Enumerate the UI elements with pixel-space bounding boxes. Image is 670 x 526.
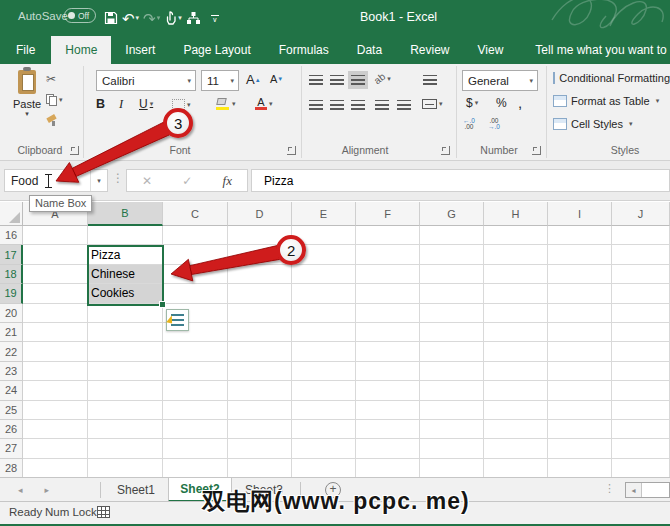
cell-F23[interactable] [356,362,420,381]
cell-D22[interactable] [228,342,292,361]
font-name-dropdown[interactable]: ▾ [182,77,195,85]
cell-G19[interactable] [420,284,484,303]
decrease-decimal-button[interactable]: .00→.0 [488,118,500,130]
cell-B20[interactable] [88,304,163,323]
sheet-tab-sheet1[interactable]: Sheet1 [104,478,168,502]
font-name-combo[interactable]: Calibri ▾ [96,70,196,91]
cell-B24[interactable] [88,381,163,400]
undo-dropdown[interactable]: ▾ [136,14,140,22]
cell-E26[interactable] [292,420,356,439]
cell-B26[interactable] [88,420,163,439]
cell-J21[interactable] [612,323,670,342]
percent-button[interactable]: % [496,96,507,110]
copy-button[interactable]: ▾ [46,91,72,108]
column-header-J[interactable]: J [612,202,670,226]
cell-C23[interactable] [163,362,228,381]
cell-I19[interactable] [548,284,612,303]
cell-B25[interactable] [88,401,163,420]
cell-G18[interactable] [420,265,484,284]
orientation-dropdown[interactable]: ▾ [387,75,391,83]
comma-button[interactable]: , [518,94,522,111]
cell-J19[interactable] [612,284,670,303]
cell-A17[interactable] [23,245,88,264]
row-header-17[interactable]: 17 [0,245,23,264]
merge-center-button[interactable]: ▾ [422,99,443,109]
cell-G26[interactable] [420,420,484,439]
cell-I27[interactable] [548,439,612,458]
name-box-dropdown[interactable]: ▾ [90,170,107,191]
cell-F21[interactable] [356,323,420,342]
format-as-table-dropdown[interactable]: ▾ [656,97,660,105]
cell-G17[interactable] [420,245,484,264]
format-painter-button[interactable] [46,112,72,129]
cell-H21[interactable] [484,323,548,342]
cell-D25[interactable] [228,401,292,420]
font-color-button[interactable]: A▾ [255,97,273,110]
cell-A26[interactable] [23,420,88,439]
bold-button[interactable]: B [96,97,105,111]
tab-view[interactable]: View [464,36,518,64]
cell-B16[interactable] [88,226,163,245]
cell-A24[interactable] [23,381,88,400]
cell-B27[interactable] [88,439,163,458]
cell-E16[interactable] [292,226,356,245]
row-header-22[interactable]: 22 [0,342,23,361]
cell-H22[interactable] [484,342,548,361]
number-format-combo[interactable]: General ▾ [462,70,538,91]
column-header-B[interactable]: B [88,202,163,226]
increase-font-button[interactable]: A▲ [246,72,261,87]
cell-A22[interactable] [23,342,88,361]
row-header-19[interactable]: 19 [0,284,23,303]
cell-I22[interactable] [548,342,612,361]
tab-insert[interactable]: Insert [111,36,169,64]
underline-dropdown[interactable]: ▾ [150,100,154,108]
cell-G23[interactable] [420,362,484,381]
cell-E21[interactable] [292,323,356,342]
next-sheet-button[interactable]: ▸ [45,485,50,495]
cell-J20[interactable] [612,304,670,323]
cell-D23[interactable] [228,362,292,381]
new-sheet-button[interactable]: + [325,482,341,498]
cell-G20[interactable] [420,304,484,323]
formula-input[interactable]: Pizza [251,169,670,192]
redo-button[interactable]: ↷ ▾ [143,11,160,26]
underline-button[interactable]: U▾ [139,97,153,111]
borders-dropdown[interactable]: ▾ [187,101,191,109]
cell-E25[interactable] [292,401,356,420]
cell-E18[interactable] [292,265,356,284]
middle-align-button[interactable] [327,71,347,89]
cell-F17[interactable] [356,245,420,264]
cell-A27[interactable] [23,439,88,458]
tab-review[interactable]: Review [396,36,463,64]
row-header-27[interactable]: 27 [0,439,23,458]
cell-F27[interactable] [356,439,420,458]
borders-button[interactable]: ▾ [172,99,191,110]
fill-color-dropdown[interactable]: ▾ [232,100,236,108]
undo-button[interactable]: ↶ ▾ [122,11,139,26]
cell-E19[interactable] [292,284,356,303]
row-header-21[interactable]: 21 [0,323,23,342]
column-header-C[interactable]: C [163,202,228,226]
column-header-G[interactable]: G [420,202,484,226]
tab-bar-splitter[interactable]: ⋮ [604,482,615,495]
cell-A21[interactable] [23,323,88,342]
enter-button[interactable]: ✓ [182,174,192,188]
cell-H25[interactable] [484,401,548,420]
cell-A25[interactable] [23,401,88,420]
cell-C26[interactable] [163,420,228,439]
redo-dropdown[interactable]: ▾ [157,14,161,22]
cell-D17[interactable] [228,245,292,264]
cell-J18[interactable] [612,265,670,284]
alignment-dialog-launcher[interactable] [441,146,450,155]
column-header-I[interactable]: I [548,202,612,226]
decrease-font-button[interactable]: A▼ [270,73,283,85]
cell-A19[interactable] [23,284,88,303]
row-header-20[interactable]: 20 [0,304,23,323]
cell-J24[interactable] [612,381,670,400]
row-header-23[interactable]: 23 [0,362,23,381]
increase-decimal-button[interactable]: ←.0.00 [463,118,475,130]
number-dialog-launcher[interactable] [532,146,541,155]
cell-J26[interactable] [612,420,670,439]
prev-sheet-button[interactable]: ◂ [18,485,23,495]
row-header-18[interactable]: 18 [0,265,23,284]
